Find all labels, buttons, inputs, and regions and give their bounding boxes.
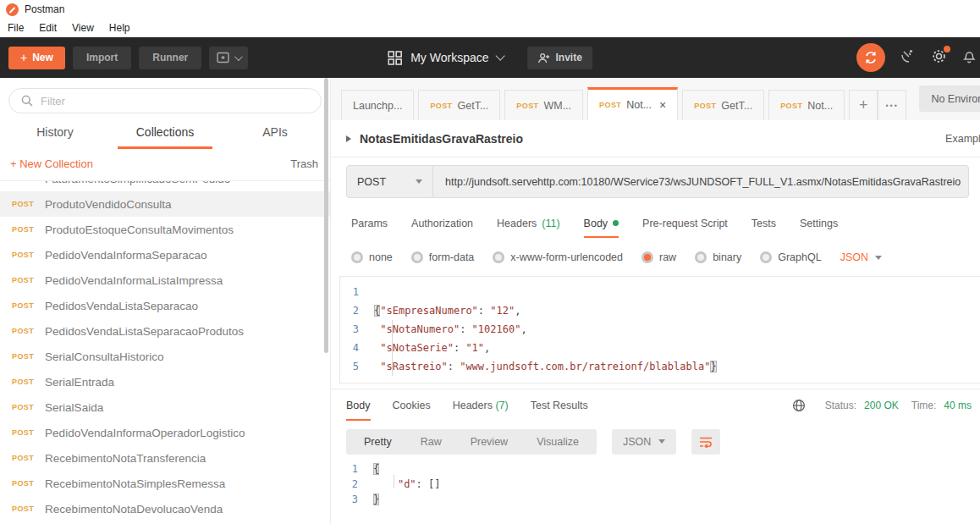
view-raw[interactable]: Raw: [406, 436, 456, 448]
list-item[interactable]: POSTRecebimentoNotaSimplesRemessa: [0, 471, 330, 496]
method-select[interactable]: POST: [347, 166, 433, 197]
search-icon: [21, 95, 33, 107]
view-pretty[interactable]: Pretty: [350, 436, 406, 448]
main-toolbar: + New Import Runner My Workspace: [0, 37, 980, 78]
body-mode-x-www-form-urlencoded[interactable]: x-www-form-urlencoded: [493, 251, 623, 263]
sidebar-tab-collections[interactable]: Collections: [110, 125, 220, 149]
request-name-label: SerialEntrada: [45, 376, 114, 389]
body-mode-binary[interactable]: binary: [695, 251, 741, 263]
tab-label: GetT...: [721, 100, 752, 112]
list-item[interactable]: POSTSerialSaida: [0, 394, 330, 420]
view-preview[interactable]: Preview: [456, 436, 522, 448]
body-language-select[interactable]: JSON: [840, 251, 882, 263]
code-token: }: [710, 361, 716, 372]
request-tab-strip: Launchp...POSTGetT...POSTWM...POSTNot...…: [331, 78, 980, 120]
method-badge: POST: [12, 378, 34, 386]
environment-selector[interactable]: No Environment: [919, 85, 980, 112]
open-new-window-button[interactable]: [209, 47, 248, 69]
open-request-tab[interactable]: POSTNot...: [768, 90, 845, 120]
settings-button[interactable]: [931, 48, 947, 68]
menu-item-edit[interactable]: Edit: [31, 22, 64, 34]
import-button[interactable]: Import: [73, 47, 131, 69]
body-mode-raw[interactable]: raw: [641, 251, 676, 263]
more-tabs-button[interactable]: •••: [878, 90, 906, 120]
runner-button[interactable]: Runner: [139, 47, 201, 69]
response-language-select[interactable]: JSON: [612, 429, 676, 455]
capture-requests-button[interactable]: [900, 47, 917, 68]
trash-button[interactable]: Trash: [290, 157, 318, 170]
method-badge: POST: [12, 454, 34, 462]
close-icon[interactable]: ×: [659, 99, 666, 111]
request-tab-params[interactable]: Params: [351, 218, 388, 238]
list-item[interactable]: POSTPedidosVendaListaSeparacaoProdutos: [0, 318, 330, 344]
examples-link[interactable]: Examples: [945, 133, 980, 145]
sidebar-tab-history[interactable]: History: [0, 125, 110, 149]
body-mode-graphql[interactable]: GraphQL: [760, 251, 821, 263]
invite-button[interactable]: Invite: [527, 47, 592, 69]
filter-input[interactable]: [41, 95, 309, 108]
new-button[interactable]: + New: [8, 47, 65, 69]
response-tabs: BodyCookiesHeaders (7)Test Results: [346, 400, 588, 421]
response-body-viewer[interactable]: 1{2 "d": []3}: [339, 455, 980, 507]
list-item[interactable]: POSTPedidoVendaInformaListaImpressa: [0, 268, 330, 293]
url-input[interactable]: http://jundsoft.servehttp.com:10180/WSer…: [433, 166, 968, 197]
list-item[interactable]: POSTProdutoEstoqueConsultaMovimentos: [0, 217, 330, 242]
radio-icon: [351, 251, 363, 263]
list-item[interactable]: POSTFaturamentoSimplificadoSemPedido: [0, 181, 330, 191]
radio-icon: [641, 251, 653, 263]
sync-status-button[interactable]: [856, 43, 885, 72]
view-visualize[interactable]: Visualize: [522, 436, 593, 448]
request-tab-authorization[interactable]: Authorization: [411, 218, 473, 238]
list-item[interactable]: POSTRecebimentoNotaDevolucaoVenda: [0, 496, 330, 521]
code-token: :: [460, 323, 471, 335]
main-panel: Launchp...POSTGetT...POSTWM...POSTNot...…: [330, 78, 980, 524]
list-item[interactable]: POSTProdutoVendidoConsulta: [0, 191, 330, 217]
request-name-label: RecebimentoNotaTransferencia: [45, 452, 206, 465]
notifications-button[interactable]: [961, 48, 977, 68]
list-item[interactable]: POSTPedidosVendaListaSeparacao: [0, 293, 330, 318]
menu-item-file[interactable]: File: [0, 22, 31, 34]
disclosure-triangle-icon[interactable]: [346, 135, 351, 142]
tab-label: Body: [346, 400, 371, 411]
sidebar-tab-label: History: [18, 125, 92, 149]
sidebar-scrollbar[interactable]: [324, 78, 328, 353]
url-row: POST http://jundsoft.servehttp.com:10180…: [331, 157, 980, 206]
mode-label: form-data: [429, 251, 475, 263]
mode-label: GraphQL: [778, 251, 821, 263]
request-tab-headers[interactable]: Headers(11): [497, 218, 560, 238]
open-request-tab[interactable]: POSTGetT...: [682, 90, 764, 120]
body-mode-form-data[interactable]: form-data: [411, 251, 475, 263]
open-request-tab[interactable]: Launchp...: [341, 90, 414, 120]
tab-label: Cookies: [393, 400, 431, 411]
list-item[interactable]: POSTSerialConsultaHistorico: [0, 344, 330, 369]
list-item[interactable]: POSTRecebimentoNotaTransferencia: [0, 445, 330, 471]
new-collection-button[interactable]: + New Collection: [10, 157, 93, 170]
list-item[interactable]: POSTPedidoVendaInformaSeparacao: [0, 242, 330, 268]
request-tab-tests[interactable]: Tests: [752, 218, 776, 238]
method-badge: POST: [12, 403, 34, 411]
sidebar-tab-label: APIs: [244, 125, 306, 149]
request-name: NotasEmitidasGravaRastreio: [360, 132, 523, 146]
response-tab-headers[interactable]: Headers (7): [453, 400, 509, 421]
request-body-editor[interactable]: 12{"sEmpresaNumero": "12",3 "sNotaNumero…: [339, 276, 980, 383]
list-item[interactable]: POSTSerialEntrada: [0, 369, 330, 394]
response-tab-test-results[interactable]: Test Results: [531, 400, 588, 421]
menu-item-view[interactable]: View: [64, 22, 102, 34]
workspace-switcher[interactable]: My Workspace Invite: [388, 47, 592, 69]
body-mode-none[interactable]: none: [351, 251, 393, 263]
request-tab-body[interactable]: Body: [584, 218, 619, 238]
sidebar-tab-apis[interactable]: APIs: [220, 125, 330, 149]
add-tab-button[interactable]: +: [849, 90, 878, 120]
open-request-tab[interactable]: POSTGetT...: [418, 90, 500, 120]
response-tab-cookies[interactable]: Cookies: [393, 400, 431, 421]
tab-label: GetT...: [458, 100, 489, 112]
tab-count: (11): [542, 218, 559, 229]
response-tab-body[interactable]: Body: [346, 400, 371, 421]
request-tab-pre-request-script[interactable]: Pre-request Script: [642, 218, 728, 238]
list-item[interactable]: POSTPedidoVendaInformaOperadorLogistico: [0, 420, 330, 445]
open-request-tab[interactable]: POSTWM...: [504, 90, 583, 120]
open-request-tab[interactable]: POSTNot...×: [587, 87, 678, 120]
wrap-text-button[interactable]: [691, 429, 720, 455]
menu-item-help[interactable]: Help: [102, 22, 138, 34]
request-tab-settings[interactable]: Settings: [800, 218, 838, 238]
